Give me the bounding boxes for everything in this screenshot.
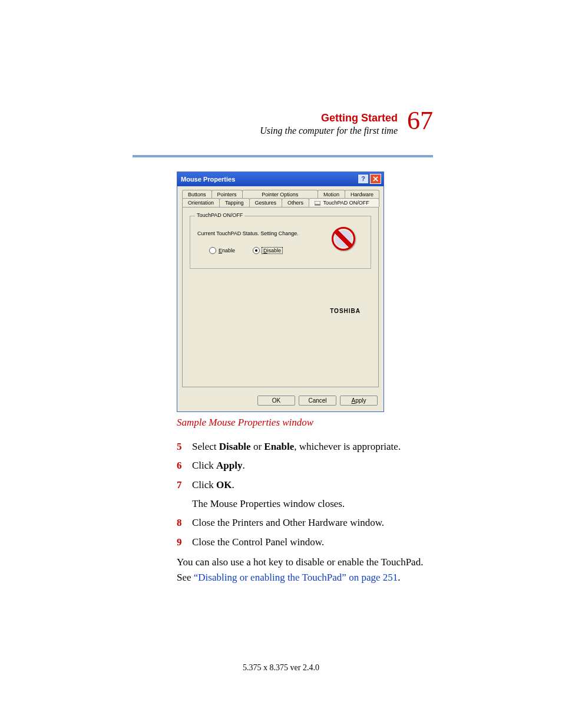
tab-others[interactable]: Others xyxy=(282,198,309,207)
close-button[interactable] xyxy=(370,174,381,184)
step-5: 5 Select Disable or Enable, whichever is… xyxy=(177,439,433,454)
step-7-result: The Mouse Properties window closes. xyxy=(192,496,433,512)
cancel-button[interactable]: Cancel xyxy=(299,396,336,406)
tab-pointers[interactable]: Pointers xyxy=(211,190,243,199)
tab-pointer-options[interactable]: Pointer Options xyxy=(242,190,318,199)
window-titlebar: Mouse Properties ? xyxy=(177,172,384,186)
step-number: 5 xyxy=(177,439,192,454)
step-list: 5 Select Disable or Enable, whichever is… xyxy=(177,439,433,550)
ok-button[interactable]: OK xyxy=(257,396,295,406)
radio-enable-dot xyxy=(209,247,216,254)
section-subtitle: Using the computer for the first time xyxy=(260,126,398,136)
tab-panel: TouchPAD ON/OFF Current TouchPAD Status.… xyxy=(182,207,379,387)
tab-tapping[interactable]: Tapping xyxy=(219,198,250,207)
tab-touchpad-onoff[interactable]: TouchPAD ON/OFF xyxy=(309,198,379,207)
page-number: 67 xyxy=(407,106,433,136)
tab-motion[interactable]: Motion xyxy=(318,190,345,199)
page-footer: 5.375 x 8.375 ver 2.4.0 xyxy=(0,663,562,673)
radio-disable-dot xyxy=(253,247,260,254)
cross-reference-link[interactable]: “Disabling or enabling the TouchPad” on … xyxy=(194,572,398,583)
step-number: 6 xyxy=(177,458,192,473)
step-9: 9 Close the Control Panel window. xyxy=(177,535,433,550)
dialog-button-row: OK Cancel Apply xyxy=(177,392,384,411)
tab-gestures[interactable]: Gestures xyxy=(249,198,283,207)
step-number: 8 xyxy=(177,515,192,531)
tab-hardware[interactable]: Hardware xyxy=(345,190,379,199)
tab-strip: Buttons Pointers Pointer Options Motion … xyxy=(182,190,379,207)
tab-touchpad-onoff-label: TouchPAD ON/OFF xyxy=(323,200,369,206)
window-title: Mouse Properties xyxy=(181,176,356,183)
page-header: Getting Started Using the computer for t… xyxy=(133,109,433,144)
page-content: Getting Started Using the computer for t… xyxy=(133,109,433,586)
chapter-title: Getting Started xyxy=(321,112,398,124)
touchpad-group: TouchPAD ON/OFF Current TouchPAD Status.… xyxy=(190,216,371,269)
radio-disable[interactable]: Disable xyxy=(253,247,282,254)
step-8: 8 Close the Printers and Other Hardware … xyxy=(177,515,433,531)
radio-enable-label: nable xyxy=(222,248,235,253)
close-icon xyxy=(373,176,378,182)
header-rule xyxy=(133,155,433,157)
step-number: 7 xyxy=(177,477,192,493)
disabled-status-icon xyxy=(332,227,355,251)
tab-buttons[interactable]: Buttons xyxy=(182,190,212,199)
mouse-properties-window: Mouse Properties ? Buttons Pointers Poin… xyxy=(177,172,384,412)
step-number: 9 xyxy=(177,535,192,550)
apply-button[interactable]: Apply xyxy=(340,396,378,406)
radio-disable-label: isable xyxy=(267,248,282,253)
brand-logo: TOSHIBA xyxy=(330,308,361,314)
tab-orientation[interactable]: Orientation xyxy=(182,198,220,207)
step-7: 7 Click OK. xyxy=(177,477,433,493)
help-button[interactable]: ? xyxy=(358,174,369,184)
touchpad-icon xyxy=(315,201,320,206)
figure-caption: Sample Mouse Properties window xyxy=(177,417,433,429)
svg-rect-1 xyxy=(315,204,320,205)
closing-paragraph: You can also use a hot key to disable or… xyxy=(177,555,433,586)
step-6: 6 Click Apply. xyxy=(177,458,433,473)
radio-enable[interactable]: Enable xyxy=(209,247,235,254)
group-legend: TouchPAD ON/OFF xyxy=(195,212,244,218)
